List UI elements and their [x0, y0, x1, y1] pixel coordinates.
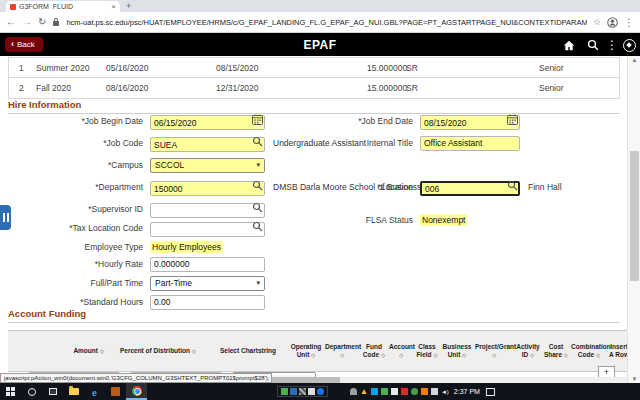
tray-icon[interactable] [421, 388, 428, 395]
department-input[interactable] [150, 181, 265, 196]
home-icon[interactable] [561, 37, 577, 53]
bookmark-star-icon[interactable]: ☆ [593, 17, 601, 27]
browser-reload-icon[interactable]: ↻ [38, 17, 46, 27]
end-date-cell: 12/31/2020 [216, 83, 259, 93]
tray-pause-icon[interactable] [290, 388, 297, 395]
lookup-magnifier-icon[interactable] [252, 136, 263, 147]
column-header-combination-code[interactable]: Combination Code ◇ [570, 343, 608, 359]
row-number: 2 [19, 83, 24, 93]
column-header-department[interactable]: Department ◇ [324, 343, 360, 359]
vertical-scrollbar-thumb[interactable] [630, 151, 639, 281]
clock[interactable]: 2:37 PM [454, 388, 480, 395]
edge-icon[interactable]: e [84, 383, 105, 400]
full-part-time-select[interactable]: Part-Time ▾ [150, 276, 265, 291]
standard-hours-label: *Standard Hours [0, 297, 150, 307]
network-tray-icon[interactable] [431, 388, 438, 395]
supervisor-id-input[interactable] [150, 203, 265, 218]
location-field: *Location Finn Hall [270, 179, 562, 195]
tray-icon[interactable] [371, 388, 378, 395]
jobs-grid: 1 Summer 2020 05/16/2020 08/15/2020 15.0… [8, 57, 620, 99]
calendar-icon[interactable] [507, 114, 518, 125]
hourly-rate-input[interactable] [150, 257, 265, 272]
tray-app-icon[interactable] [281, 388, 288, 395]
browser-back-icon[interactable]: ← [6, 17, 16, 27]
internal-title-field: Internal Title [270, 135, 520, 151]
column-header-amount[interactable]: Amount ◇ [8, 347, 108, 355]
tab-close-icon[interactable]: × [111, 3, 116, 11]
app-preview-group[interactable] [277, 386, 328, 397]
scroll-down-icon[interactable]: ▼ [628, 376, 640, 382]
column-header-project-grant[interactable]: Project/Grant ◇ [474, 343, 514, 359]
tray-app-icon[interactable] [317, 388, 324, 395]
navbar-compass-icon[interactable] [621, 37, 637, 53]
file-explorer-icon[interactable] [63, 383, 84, 400]
calendar-icon[interactable] [252, 114, 263, 125]
lookup-magnifier-icon[interactable] [252, 180, 263, 191]
internal-title-input[interactable] [420, 136, 520, 151]
tray-app-icon[interactable] [299, 388, 306, 395]
sort-icon: ◇ [462, 352, 466, 358]
lookup-magnifier-icon[interactable] [252, 221, 263, 232]
tax-location-code-input[interactable] [150, 222, 265, 237]
hourly-rate-field: *Hourly Rate [0, 256, 265, 272]
supervisor-id-field: *Supervisor ID [0, 201, 265, 217]
start-menu-icon[interactable] [0, 383, 21, 400]
column-header-class-field[interactable]: Class Field ◇ [414, 343, 440, 359]
lookup-magnifier-icon[interactable] [252, 202, 263, 213]
column-header-fund-code[interactable]: Fund Code ◇ [360, 343, 388, 359]
browser-profile-icon[interactable] [607, 17, 618, 28]
url-text[interactable]: hcm-uat.ps.sc.edu/psc/HUAT/EMPLOYEE/HRMS… [66, 18, 587, 27]
supervisor-id-label: *Supervisor ID [0, 204, 150, 214]
column-header-percent[interactable]: Percent of Distribution ◇ [108, 347, 208, 355]
user-tray-icon[interactable] [350, 388, 357, 395]
tray-app-icon[interactable] [308, 388, 315, 395]
pause-drawer-icon[interactable] [0, 205, 11, 230]
search-icon[interactable] [585, 37, 601, 53]
browser-forward-icon[interactable]: → [22, 17, 32, 27]
hourly-rate-label: *Hourly Rate [0, 259, 150, 269]
job-end-date-field: *Job End Date [270, 113, 520, 129]
tab-title: G3FORM_FLUID [19, 3, 108, 10]
sort-icon: ◇ [492, 352, 496, 358]
campus-select[interactable]: SCCOL ▾ [150, 158, 265, 173]
column-header-activity-id[interactable]: Activity ID ◇ [514, 343, 542, 359]
volume-icon[interactable]: ◄) [441, 389, 449, 395]
tray-icon[interactable] [411, 388, 418, 395]
app-icon[interactable] [105, 383, 126, 400]
rate-cell: 15.000000 [367, 63, 407, 73]
task-view-icon[interactable] [42, 383, 63, 400]
tray-icon[interactable] [401, 388, 408, 395]
employee-type-value: Hourly Employees [150, 241, 223, 253]
job-end-date-input[interactable] [420, 115, 520, 130]
warning-tray-icon[interactable]: ▲ [360, 388, 368, 396]
funding-grid-header: Amount ◇ Percent of Distribution ◇ Selec… [8, 330, 630, 372]
cortana-search-icon[interactable] [21, 383, 42, 400]
scroll-up-icon[interactable]: ▲ [628, 57, 640, 63]
job-begin-date-input[interactable] [150, 115, 265, 130]
sort-icon: ◇ [433, 352, 437, 358]
table-row[interactable]: 2 Fall 2020 08/16/2020 12/31/2020 15.000… [9, 78, 619, 98]
table-row[interactable]: 1 Summer 2020 05/16/2020 08/15/2020 15.0… [9, 58, 619, 78]
tray-icon[interactable] [391, 388, 398, 395]
chrome-icon[interactable] [126, 383, 147, 400]
row-number: 1 [19, 63, 24, 73]
chevron-down-icon: ▾ [256, 161, 260, 169]
browser-menu-dots-icon[interactable]: ⋮ [624, 17, 634, 28]
column-header-business-unit[interactable]: Business Unit ◇ [440, 343, 474, 359]
location-input[interactable] [420, 181, 520, 196]
vertical-scrollbar[interactable]: ▲ ▼ [627, 56, 640, 383]
internal-title-label: Internal Title [270, 138, 420, 148]
actions-menu-dots-icon[interactable]: ⋮ [604, 37, 620, 53]
lookup-magnifier-icon[interactable] [507, 180, 518, 191]
flsa-status-label: FLSA Status [270, 215, 420, 225]
column-header-cost-share[interactable]: Cost Share ◇ [542, 343, 570, 359]
action-center-icon[interactable] [486, 388, 495, 396]
new-tab-button[interactable]: + [126, 1, 131, 11]
job-code-input[interactable] [150, 137, 265, 152]
browser-tab[interactable]: G3FORM_FLUID × [6, 1, 120, 12]
column-header-operating-unit[interactable]: Operating Unit ◇ [288, 343, 324, 359]
column-header-account[interactable]: Account ◇ [388, 343, 414, 359]
tray-icon[interactable] [381, 388, 388, 395]
sort-icon: ◇ [530, 352, 534, 358]
code-cell: SR [406, 63, 418, 73]
